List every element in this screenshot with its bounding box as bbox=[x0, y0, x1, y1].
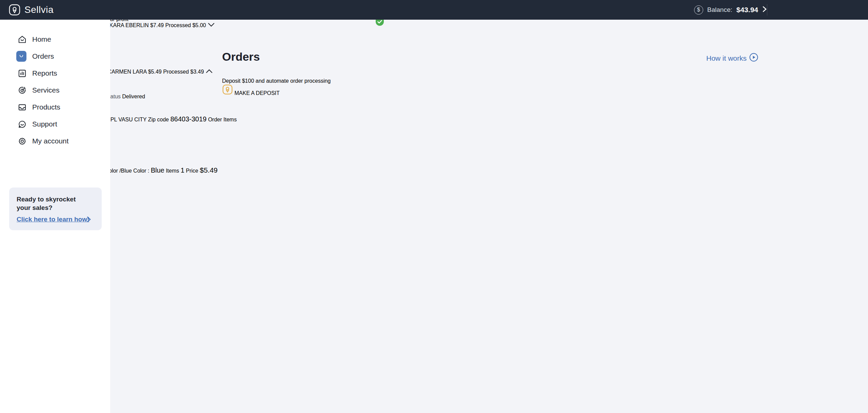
sellvia-mark-gold-icon bbox=[222, 90, 234, 96]
products-icon bbox=[17, 102, 27, 112]
deposit-button-label: MAKE A DEPOSIT bbox=[234, 90, 279, 96]
sidebar-item-label: Services bbox=[32, 86, 60, 94]
sidebar-item-label: Products bbox=[32, 103, 60, 111]
sidebar-item-support[interactable]: Support bbox=[0, 116, 110, 132]
expand-row-button[interactable] bbox=[208, 22, 215, 28]
gear-icon bbox=[17, 136, 27, 146]
promo-link[interactable]: Click here to learn how! bbox=[17, 216, 89, 223]
sidebar-item-my-account[interactable]: My account bbox=[0, 133, 110, 149]
order-total: $7.49 bbox=[150, 22, 164, 28]
top-bar: Sellvia $ Balance: $43.94 bbox=[0, 0, 868, 20]
order-status: Processed bbox=[163, 69, 189, 75]
sidebar-item-label: Orders bbox=[32, 52, 54, 60]
sidebar-item-label: My account bbox=[32, 137, 68, 145]
product-image[interactable] bbox=[0, 123, 868, 166]
customer-zip-label: Zip code bbox=[148, 117, 169, 122]
price-label: Price bbox=[186, 168, 198, 174]
shipping-timeline-popup: 2024-04-21 16:00:32 Placed 2024-04-21 21… bbox=[0, 250, 868, 274]
app-root: Sellvia $ Balance: $43.94 Home bbox=[0, 0, 868, 413]
sidebar-item-reports[interactable]: Reports bbox=[0, 65, 110, 81]
sidebar-item-products[interactable]: Products bbox=[0, 99, 110, 115]
customer-zip-value: 86403-3019 bbox=[170, 115, 206, 123]
sidebar: Home Orders Reports bbox=[0, 20, 110, 413]
color-value: Blue bbox=[151, 166, 164, 174]
banner-text: Deposit $100 and automate order processi… bbox=[222, 78, 748, 84]
how-it-works-label: How it works bbox=[706, 54, 747, 62]
balance-widget[interactable]: $ Balance: $43.94 bbox=[694, 0, 767, 20]
items-value: 1 bbox=[181, 166, 184, 174]
home-icon bbox=[17, 34, 27, 44]
how-it-works-link[interactable]: How it works bbox=[706, 53, 758, 63]
chevron-right-icon bbox=[86, 216, 91, 224]
reports-icon bbox=[17, 68, 27, 78]
sellvia-logo-icon bbox=[8, 4, 21, 17]
balance-value: $43.94 bbox=[736, 6, 758, 14]
sidebar-item-label: Support bbox=[32, 120, 57, 128]
play-circle-icon bbox=[749, 53, 758, 63]
order-items-heading: Order Items bbox=[208, 117, 237, 122]
items-label: Items bbox=[166, 168, 179, 174]
customer-city-fragment: VASU CITY bbox=[118, 117, 146, 122]
sidebar-item-services[interactable]: Services bbox=[0, 82, 110, 98]
dollar-icon: $ bbox=[694, 5, 703, 15]
sidebar-item-label: Reports bbox=[32, 69, 57, 77]
promo-card: Ready to skyrocket your sales? Click her… bbox=[9, 188, 102, 230]
brand-title: Sellvia bbox=[24, 4, 54, 15]
order-profit: $3.49 bbox=[190, 69, 204, 75]
chat-launcher-button[interactable] bbox=[0, 274, 868, 286]
sidebar-item-orders[interactable]: Orders bbox=[0, 48, 110, 64]
topbar-divider bbox=[767, 4, 767, 16]
shipping-status-value: Delivered bbox=[122, 94, 145, 99]
promo-title: Ready to skyrocket your sales? bbox=[17, 195, 91, 212]
order-customer: CARMEN LARA bbox=[108, 69, 147, 75]
balance-label: Balance: bbox=[707, 6, 732, 14]
price-value: $5.49 bbox=[200, 166, 218, 174]
orders-icon bbox=[16, 51, 26, 61]
page-title: Orders bbox=[222, 50, 260, 63]
order-profit: $5.00 bbox=[192, 22, 206, 28]
collapse-row-button[interactable] bbox=[205, 69, 213, 75]
chevron-right-icon bbox=[762, 6, 767, 14]
order-status: Processed bbox=[165, 22, 191, 28]
sidebar-item-home[interactable]: Home bbox=[0, 31, 110, 47]
support-icon bbox=[17, 119, 27, 129]
make-a-deposit-button[interactable]: MAKE A DEPOSIT bbox=[222, 84, 748, 96]
sidebar-item-label: Home bbox=[32, 35, 51, 43]
deposit-banner: Deposit $100 and automate order processi… bbox=[222, 78, 748, 117]
order-total: $5.49 bbox=[148, 69, 162, 75]
color-label: Color : bbox=[133, 168, 149, 174]
services-icon bbox=[17, 85, 27, 95]
order-customer: KARA EBERLIN bbox=[110, 22, 149, 28]
